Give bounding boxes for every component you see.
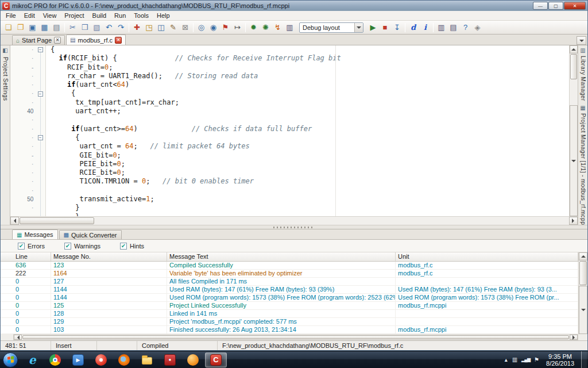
taskbar-chrome[interactable] xyxy=(44,352,66,367)
fold-toggle-icon[interactable]: − xyxy=(38,91,43,97)
column-header-message-no-[interactable]: Message No. xyxy=(51,252,167,261)
message-row[interactable]: 0128Linked in 141 ms xyxy=(1,310,578,318)
tab-start-page[interactable]: ⌂ Start Page ✕ xyxy=(12,35,65,45)
taskbar-firefox[interactable] xyxy=(113,352,135,367)
close-tab-icon[interactable]: ✕ xyxy=(54,37,61,44)
build-all-button[interactable]: ✺ xyxy=(260,22,272,33)
scroll-down-icon[interactable] xyxy=(579,286,587,334)
step-into-button[interactable]: ↧ xyxy=(391,22,403,33)
column-header-unit[interactable]: Unit xyxy=(396,252,578,261)
errors-checkbox[interactable]: ✔ xyxy=(18,243,25,250)
tab-list-dropdown[interactable] xyxy=(577,36,586,45)
scroll-up-icon[interactable] xyxy=(570,45,578,53)
vertical-scroll-thumb[interactable] xyxy=(579,261,587,285)
taskbar-mikroc[interactable]: C xyxy=(205,352,227,367)
column-header-message-text[interactable]: Message Text xyxy=(167,252,396,261)
scroll-track[interactable] xyxy=(95,217,569,225)
hidden-icons-chevron-icon[interactable]: ▴ xyxy=(505,357,508,363)
build-program-button[interactable]: ↯ xyxy=(272,22,284,33)
taskbar-red-circle-app[interactable] xyxy=(90,352,112,367)
bookmark-button[interactable]: ⚑ xyxy=(219,22,231,33)
message-row[interactable]: 636123Compiled Successfullymodbus_rf.c xyxy=(1,262,578,270)
close-button[interactable]: ✕ xyxy=(564,2,586,10)
menu-build[interactable]: Build xyxy=(88,12,110,20)
save-project-button[interactable]: ◫ xyxy=(155,22,167,33)
tab-quick-converter[interactable]: ▩ Quick Converter xyxy=(59,230,122,239)
scroll-right-icon[interactable] xyxy=(570,335,578,340)
generic-tray-icon[interactable]: ▥ xyxy=(512,357,517,363)
replace-button[interactable]: ◉ xyxy=(207,22,219,33)
message-row[interactable]: 01144Used RAM (bytes): 147 (61%) Free RA… xyxy=(1,286,578,294)
message-row[interactable]: 0127All files Compiled in 171 ms xyxy=(1,278,578,286)
taskbar-explorer-folder[interactable] xyxy=(136,352,158,367)
column-header-line[interactable]: Line xyxy=(13,252,51,261)
letter-d-button[interactable]: d xyxy=(407,22,419,33)
menu-run[interactable]: Run xyxy=(110,12,130,20)
menu-project[interactable]: Project xyxy=(60,12,88,20)
open-project-button[interactable]: ◳ xyxy=(143,22,155,33)
window-layout-button[interactable]: ▤ xyxy=(447,22,459,33)
print-button[interactable]: ▤ xyxy=(51,22,63,33)
help-button[interactable]: ? xyxy=(459,22,471,33)
scroll-left-icon[interactable] xyxy=(10,217,19,225)
menu-tools[interactable]: Tools xyxy=(130,12,153,20)
message-row[interactable]: 0125Project Linked Successfullymodbus_rf… xyxy=(1,302,578,310)
message-row[interactable]: 0103Finished successfully: 26 Aug 2013, … xyxy=(1,326,578,334)
goto-line-button[interactable]: ↦ xyxy=(231,22,243,33)
combo-dropdown-icon[interactable] xyxy=(354,23,363,32)
fold-toggle-icon[interactable]: − xyxy=(38,135,43,140)
taskbar-media-player[interactable]: ▶ xyxy=(67,352,89,367)
messages-horizontal-scrollbar[interactable] xyxy=(13,334,578,340)
redo-button[interactable]: ↷ xyxy=(115,22,127,33)
build-button[interactable]: ✹ xyxy=(247,22,260,33)
letter-i-button[interactable]: i xyxy=(419,22,431,33)
cut-button[interactable]: ✂ xyxy=(67,22,79,33)
edit-project-button[interactable]: ✎ xyxy=(167,22,179,33)
menu-edit[interactable]: Edit xyxy=(20,12,39,20)
horizontal-scroll-thumb[interactable] xyxy=(22,335,569,339)
tab-modbus-rf-c[interactable]: ▤ modbus_rf.c ✕ xyxy=(66,34,126,45)
message-row[interactable]: 2221164Variable 'byte' has been eliminat… xyxy=(1,270,578,278)
window-split-button[interactable]: ▥ xyxy=(435,22,447,33)
show-desktop-button[interactable] xyxy=(581,351,587,368)
find-button[interactable]: ◎ xyxy=(195,22,207,33)
scroll-right-icon[interactable] xyxy=(569,217,578,225)
editor-vertical-scrollbar[interactable] xyxy=(569,45,578,216)
message-row[interactable]: 0129Project 'modbus_rf.mcppi' completed:… xyxy=(1,318,578,326)
tab-messages[interactable]: ▦ Messages xyxy=(12,229,58,239)
taskbar-internet-explorer[interactable]: e xyxy=(21,352,43,367)
new-file-button[interactable]: ❏ xyxy=(2,22,14,33)
dock-project-manager[interactable]: ▦ Project Manager [1/1] - modbus_rf.mcpp… xyxy=(580,105,586,225)
dock-project-settings[interactable]: ◧ Project Settings xyxy=(1,45,10,225)
fold-toggle-icon[interactable]: − xyxy=(38,47,43,52)
program-button[interactable]: ▥ xyxy=(284,22,296,33)
new-project-button[interactable]: ✚ xyxy=(131,22,143,33)
dock-library-manager[interactable]: ▥ Library Manager xyxy=(580,47,586,101)
code-area[interactable]: ·−{· if(RCIF_bit) { // Checks for Receiv… xyxy=(10,45,569,216)
taskbar-clock[interactable]: 9:35 PM 8/26/2013 xyxy=(544,353,577,367)
filter-warnings[interactable]: ✔ Warnings xyxy=(64,243,100,250)
menu-view[interactable]: View xyxy=(39,12,61,20)
maximize-button[interactable]: ▢ xyxy=(548,2,563,10)
open-file-button[interactable]: ❐ xyxy=(14,22,26,33)
panel-splitter[interactable] xyxy=(1,225,587,229)
options-button[interactable]: ◈ xyxy=(471,22,483,33)
scroll-down-icon[interactable] xyxy=(570,105,578,216)
editor-horizontal-scrollbar[interactable] xyxy=(10,216,578,225)
menu-file[interactable]: File xyxy=(2,12,20,20)
stop-debugger-button[interactable]: ■ xyxy=(379,22,391,33)
run-debugger-button[interactable]: ▶ xyxy=(367,22,379,33)
network-icon[interactable]: ▂▄▆ xyxy=(521,358,530,362)
action-center-flag-icon[interactable]: ⚑ xyxy=(534,357,539,363)
filter-errors[interactable]: ✔ Errors xyxy=(18,243,45,250)
debug-layout-combo[interactable]: Debug layout xyxy=(299,22,363,33)
paste-button[interactable]: ▧ xyxy=(91,22,103,33)
undo-button[interactable]: ↶ xyxy=(103,22,115,33)
menu-help[interactable]: Help xyxy=(153,12,174,20)
taskbar-red-square-app[interactable]: ● xyxy=(159,352,181,367)
minimize-button[interactable]: — xyxy=(533,2,548,10)
scroll-up-icon[interactable] xyxy=(579,252,587,260)
close-tab-icon[interactable]: ✕ xyxy=(115,37,122,44)
close-project-button[interactable]: ⊠ xyxy=(179,22,191,33)
horizontal-scroll-thumb[interactable] xyxy=(20,217,94,224)
